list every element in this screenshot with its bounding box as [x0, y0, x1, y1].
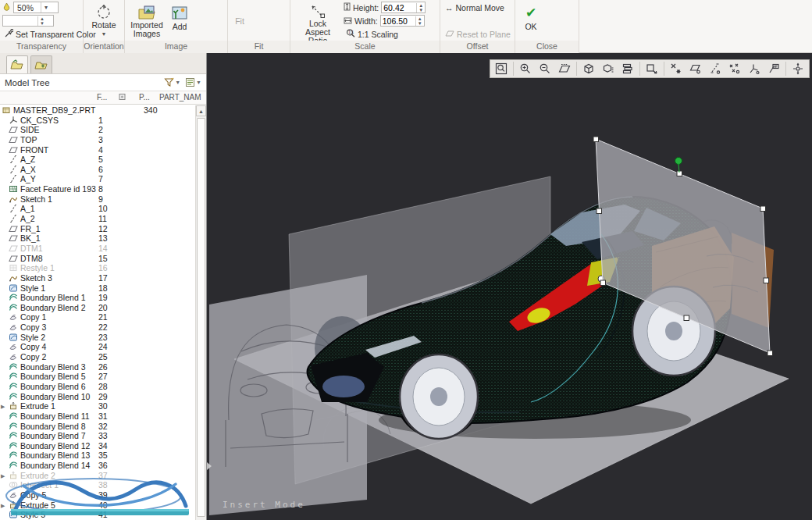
tree-row[interactable]: Boundary Blend 628 [0, 382, 195, 392]
tree-row[interactable]: Boundary Blend 832 [0, 422, 195, 432]
zoom-out-button[interactable] [536, 61, 554, 77]
height-spin[interactable]: ▲▼ [381, 2, 426, 13]
tree-scrollbar[interactable]: ▲ [195, 105, 206, 520]
graphics-viewport[interactable]: 老A论坛 alias77.com [207, 53, 812, 520]
tree-row[interactable]: Boundary Blend 1234 [0, 441, 195, 451]
column-feat-id[interactable]: P... [139, 93, 150, 102]
imported-images-button[interactable]: Imported Images [128, 2, 166, 41]
tree-row[interactable]: Boundary Blend 1029 [0, 392, 195, 402]
tree-row[interactable]: A_110 [0, 204, 195, 214]
tree-row[interactable]: Boundary Blend 119 [0, 293, 195, 303]
spin-center-button[interactable] [789, 61, 807, 77]
tree-row[interactable]: Boundary Blend 527 [0, 372, 195, 382]
tree-row[interactable]: Boundary Blend 220 [0, 303, 195, 313]
tree-row[interactable]: ▶Extrude 237 [0, 471, 195, 481]
repaint-button[interactable] [555, 61, 574, 77]
tree-row[interactable]: Copy 424 [0, 342, 195, 352]
status-column-icon[interactable] [119, 93, 126, 102]
plane-handle-green[interactable] [675, 158, 682, 165]
tree-row[interactable]: FRONT4 [0, 145, 195, 155]
lock-aspect-ratio-button[interactable]: Lock Aspect Ratio [294, 2, 342, 41]
tree-row[interactable]: Copy 322 [0, 322, 195, 333]
tree-row[interactable]: Style 118 [0, 283, 195, 294]
width-icon [344, 16, 352, 26]
tree-row[interactable]: Intersect 138 [0, 480, 195, 490]
tree-row[interactable]: Restyle 116 [0, 263, 195, 273]
view-manager-button[interactable] [618, 61, 637, 77]
tree-row[interactable]: Style 541 [0, 510, 195, 520]
saved-orientations-button[interactable] [599, 61, 618, 77]
column-part-name[interactable]: PART_NAM [159, 93, 201, 102]
view-manager-icon [621, 62, 634, 75]
tree-row[interactable]: DTM815 [0, 254, 195, 264]
tree-row[interactable]: SIDE2 [0, 125, 195, 135]
boundary-blend-icon [9, 362, 18, 372]
imported-images-icon [137, 4, 156, 21]
rotate-button[interactable]: Rotate ▼ [87, 2, 121, 41]
width-spin[interactable]: ▲▼ [380, 15, 425, 27]
tree-settings-icon [185, 77, 195, 87]
tree-row[interactable]: A_211 [0, 214, 195, 224]
tree-row[interactable]: ▶Extrude 540 [0, 500, 195, 511]
tree-row[interactable]: A_X6 [0, 165, 195, 175]
transparency-offset-spin[interactable]: ▲▼ [2, 15, 54, 27]
panel-sash-arrow[interactable] [207, 462, 212, 470]
tree-row[interactable]: Boundary Blend 326 [0, 362, 195, 372]
one-to-one-scaling-button[interactable]: 1:1 1:1 Scaling [344, 27, 437, 41]
tree-row[interactable]: A_Y7 [0, 174, 195, 184]
tree-row[interactable]: Copy 539 [0, 490, 195, 500]
ok-button[interactable]: ✔ OK [518, 2, 543, 41]
normal-move-button[interactable]: ↔ Normal Move [443, 1, 512, 14]
insert-mode-status: Insert Mode [223, 500, 305, 510]
tab-model-tree[interactable] [6, 55, 28, 73]
column-feat-number[interactable]: F... [97, 93, 107, 102]
scroll-up-arrow[interactable]: ▲ [196, 105, 206, 116]
tree-row[interactable]: FR_112 [0, 224, 195, 234]
tree-filters-button[interactable]: ▼ [164, 77, 180, 87]
set-transparent-color-button[interactable]: Set Transparent Color [2, 27, 80, 41]
point-display-button[interactable] [725, 61, 744, 77]
tree-row[interactable]: Sketch 317 [0, 273, 195, 283]
view-setup-button[interactable] [643, 61, 661, 77]
tree-row[interactable]: Boundary Blend 1131 [0, 411, 195, 422]
tree-row[interactable]: Copy 225 [0, 352, 195, 362]
tree-row[interactable]: Boundary Blend 733 [0, 431, 195, 441]
axis-display-button[interactable] [706, 61, 725, 77]
copy-icon [9, 322, 18, 332]
display-style-button[interactable] [579, 61, 598, 77]
scrollbar-thumb[interactable] [197, 118, 205, 517]
tree-row[interactable]: CK_CSYS1 [0, 116, 195, 126]
tree-row[interactable]: Copy 121 [0, 312, 195, 322]
zoom-in-button[interactable] [516, 61, 535, 77]
csys-icon [9, 116, 18, 125]
chevron-down-icon[interactable]: ▾ [41, 2, 51, 12]
width-input[interactable] [381, 16, 415, 26]
tree-row[interactable]: ▶Extrude 130 [0, 401, 195, 411]
transparency-value-combo[interactable]: 50%▾ [13, 2, 59, 13]
height-input[interactable] [382, 2, 416, 12]
tree-row[interactable]: DTM114 [0, 244, 195, 254]
tree-column-header[interactable]: F... P... PART_NAM [0, 91, 206, 105]
fit-button[interactable]: Fit [231, 2, 248, 41]
chevron-down-icon: ▼ [102, 30, 107, 38]
csys-display-button[interactable] [745, 61, 764, 77]
annotation-display-button[interactable] [764, 61, 783, 77]
tree-row[interactable]: Boundary Blend 1335 [0, 451, 195, 461]
ribbon: 50%▾ ▲▼ Set Transparent Color Transparen… [0, 0, 812, 53]
tree-row[interactable]: Boundary Blend 1436 [0, 461, 195, 471]
tree-row-root[interactable]: MASTER_DB9_2.PRT340 [0, 105, 195, 116]
transparency-offset-input[interactable] [3, 16, 37, 26]
reset-to-plane-button[interactable]: Reset to Plane [443, 27, 512, 41]
tree-row[interactable]: A_Z5 [0, 155, 195, 165]
plane-display-button[interactable] [686, 61, 705, 77]
tab-folder-browser[interactable] [30, 55, 52, 73]
datum-display-button[interactable] [667, 61, 686, 77]
tree-row[interactable]: BK_113 [0, 233, 195, 244]
tree-row[interactable]: TOP3 [0, 135, 195, 145]
tree-row[interactable]: Sketch 19 [0, 194, 195, 205]
refit-button[interactable] [492, 61, 511, 77]
tree-row[interactable]: Style 223 [0, 333, 195, 343]
tree-row[interactable]: Facet Feature id 1938 [0, 184, 195, 194]
tree-settings-button[interactable]: ▼ [185, 77, 201, 87]
add-image-button[interactable]: Add [168, 2, 191, 41]
